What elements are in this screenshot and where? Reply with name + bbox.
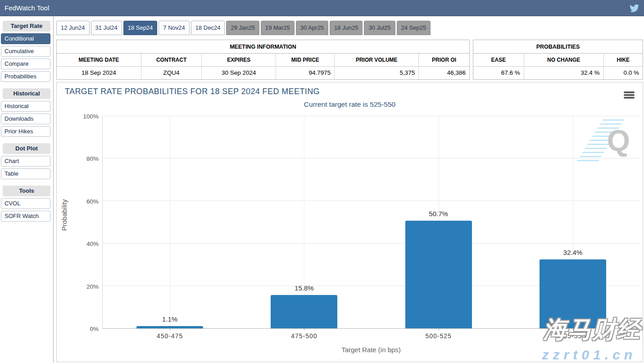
twitter-icon[interactable] [630,3,639,13]
col-mid-price: MID PRICE [276,54,335,66]
chart-export-menu-icon[interactable] [624,91,635,100]
col-no-change: NO CHANGE [524,54,604,66]
col-expires: EXPIRES [202,54,276,66]
tab-18-dec24[interactable]: 18 Dec24 [191,21,225,35]
tab-31-jul24[interactable]: 31 Jul24 [91,21,122,35]
tab-7-nov24[interactable]: 7 Nov24 [159,21,189,35]
tab-30-jul25[interactable]: 30 Jul25 [364,21,395,35]
sidebar-item-probabilities[interactable]: Probabilities [1,71,50,82]
sidebar-item-table[interactable]: Table [1,168,50,179]
sidebar-header-target-rate: Target Rate [3,21,50,32]
tab-18-sep24[interactable]: 18 Sep24 [123,21,158,35]
probability-bar[interactable] [271,295,337,328]
col-meeting-date: MEETING DATE [57,54,141,66]
chart-subtitle: Current target rate is 525-550 [57,100,643,109]
sidebar-item-cvol[interactable]: CVOL [1,198,50,209]
category-label: 475-500 [237,332,371,340]
bar-slot: 15.8%475-500 [237,116,371,328]
sidebar: Target Rate Conditional Cumulative Compa… [0,16,54,363]
value-no-change: 32.4 % [524,67,604,79]
bar-slot: 1.1%450-475 [103,116,237,328]
v-gridline [170,116,170,328]
category-label: 450-475 [103,332,237,340]
sidebar-item-historical[interactable]: Historical [1,101,50,112]
bar-value-label: 50.7% [372,210,506,218]
col-prior-oi: PRIOR OI [419,54,469,66]
col-hike: HIKE [604,54,643,66]
bar-value-label: 32.4% [506,249,640,256]
bar-value-label: 15.8% [237,284,371,292]
app-title: FedWatch Tool [5,4,49,12]
top-bar: FedWatch Tool [0,0,644,16]
value-expires: 30 Sep 2024 [202,67,276,79]
chart-panel: TARGET RATE PROBABILITIES FOR 18 SEP 202… [56,82,643,362]
sidebar-header-dot-plot: Dot Plot [3,143,50,154]
probabilities-title: PROBABILITIES [473,40,643,54]
col-ease: EASE [473,54,524,66]
site-url-watermark: zzrt01.cn [542,347,636,363]
value-meeting-date: 18 Sep 2024 [57,67,141,79]
y-tick-label: 0% [57,326,99,332]
fedwatch-app: FedWatch Tool Target Rate Conditional Cu… [0,0,644,363]
sidebar-item-chart[interactable]: Chart [1,156,50,167]
probability-bar[interactable] [405,221,472,328]
site-name-watermark: 海马财经 [544,314,641,345]
sidebar-item-downloads[interactable]: Downloads [1,113,50,124]
probability-bar[interactable] [136,326,203,328]
x-tick-mark [170,328,170,331]
value-contract: ZQU4 [141,67,202,79]
sidebar-item-prior-hikes[interactable]: Prior Hikes [1,126,50,137]
sidebar-header-historical: Historical [3,88,50,99]
value-ease: 67.6 % [473,67,524,79]
value-prior-oi: 46,386 [419,67,469,79]
tab-19-mar25[interactable]: 19 Mar25 [261,21,295,35]
y-tick-label: 40% [57,240,99,247]
value-mid-price: 94.7975 [276,67,335,79]
category-label: 500-525 [372,332,506,340]
y-tick-label: 100% [57,113,99,120]
x-tick-mark [439,328,439,331]
sidebar-header-tools: Tools [3,186,50,196]
bar-slot: 32.4%525-550 [506,116,640,328]
plot-area: 1.1%450-47515.8%475-50050.7%500-52532.4%… [102,116,640,329]
chart-title: TARGET RATE PROBABILITIES FOR 18 SEP 202… [65,87,320,96]
sidebar-item-sofr-watch[interactable]: SOFR Watch [1,211,50,222]
col-prior-volume: PRIOR VOLUME [335,54,419,66]
value-prior-volume: 5,375 [335,67,419,79]
tab-18-jun25[interactable]: 18 Jun25 [330,21,363,35]
bar-slot: 50.7%500-525 [372,116,506,328]
y-tick-label: 80% [57,155,99,162]
meeting-date-tabs: 12 Jun24 31 Jul24 18 Sep24 7 Nov24 18 De… [56,21,432,35]
meeting-information-table: MEETING INFORMATION MEETING DATE CONTRAC… [56,40,470,80]
tab-12-jun24[interactable]: 12 Jun24 [56,21,90,35]
sidebar-item-conditional[interactable]: Conditional [1,33,50,44]
meeting-information-title: MEETING INFORMATION [57,40,469,54]
y-tick-label: 20% [57,283,99,290]
y-tick-label: 60% [57,198,99,205]
tab-29-jan25[interactable]: 29 Jan25 [226,21,259,35]
sidebar-item-cumulative[interactable]: Cumulative [1,46,50,57]
sidebar-item-compare[interactable]: Compare [1,59,50,69]
tab-30-apr25[interactable]: 30 Apr25 [296,21,328,35]
x-tick-mark [304,328,304,331]
col-contract: CONTRACT [141,54,202,66]
bar-value-label: 1.1% [103,315,237,323]
probabilities-table: PROBABILITIES EASE NO CHANGE HIKE 67.6 %… [473,40,643,80]
value-hike: 0.0 % [604,67,643,79]
y-axis-ticks: 0%20%40%60%80%100% [57,116,99,329]
tab-24-sep25[interactable]: 24 Sep25 [397,21,431,35]
